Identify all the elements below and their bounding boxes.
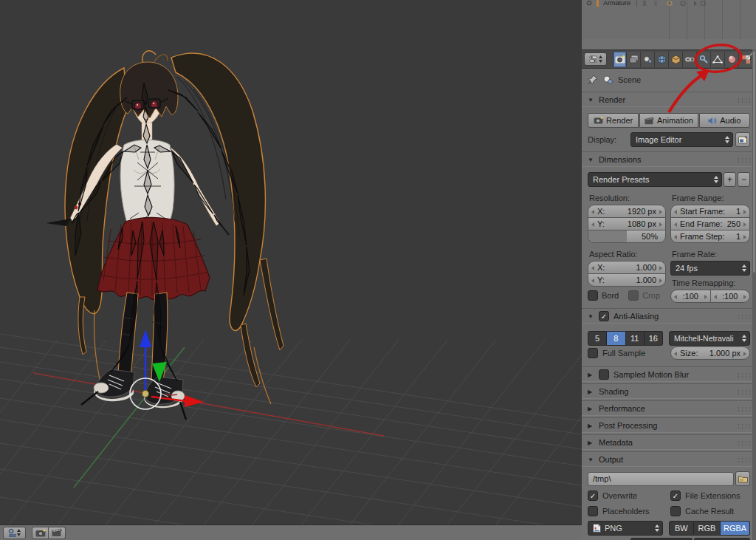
- left-shoe: [81, 369, 134, 405]
- camera-icon: [35, 529, 46, 537]
- properties-region: Armature |: [582, 0, 756, 540]
- restrict-toggle-icons[interactable]: [641, 0, 706, 7]
- tab-modifiers[interactable]: [697, 52, 711, 67]
- output-path-field[interactable]: /tmp\: [588, 472, 734, 486]
- color-mode-bw[interactable]: BW: [669, 521, 694, 536]
- resolution-y-field[interactable]: Y:1080 px: [588, 217, 666, 230]
- panel-header-performance[interactable]: ▶ Performance: [582, 400, 756, 416]
- remap-new-field[interactable]: :100: [711, 290, 751, 303]
- resolution-label: Resolution:: [589, 194, 630, 202]
- audio-button[interactable]: Audio: [699, 113, 750, 128]
- tab-object[interactable]: [669, 52, 683, 67]
- viewport-canvas[interactable]: [0, 0, 582, 524]
- panel-header-shading[interactable]: ▶ Shading: [582, 383, 756, 399]
- resolution-scale-slider[interactable]: 50%: [588, 230, 666, 243]
- tab-scene[interactable]: [641, 52, 655, 67]
- panel-grip[interactable]: [737, 314, 750, 319]
- crop-label: Crop: [642, 291, 660, 300]
- breadcrumb-scene-label[interactable]: Scene: [618, 75, 641, 84]
- end-frame-field[interactable]: End Frame:250: [670, 217, 750, 230]
- aa-size-field[interactable]: Size:1.000 px: [670, 346, 750, 360]
- browse-folder-button[interactable]: [735, 471, 750, 486]
- panel-header-dimensions[interactable]: ▼ Dimensions: [582, 151, 756, 167]
- clapperboard-icon: [52, 528, 62, 537]
- outliner-item-label: Armature: [603, 0, 630, 7]
- panel-title: Render: [599, 95, 625, 104]
- clapperboard-icon: [645, 117, 654, 125]
- tab-material[interactable]: [725, 52, 739, 67]
- panel-grip[interactable]: [737, 406, 750, 411]
- remap-old-field[interactable]: :100: [670, 290, 711, 303]
- panel-grip[interactable]: [737, 157, 750, 163]
- panel-header-sampled-motion-blur[interactable]: ▶ Sampled Motion Blur: [582, 366, 756, 382]
- placeholders-checkbox[interactable]: [588, 506, 598, 516]
- image-file-icon: [593, 524, 601, 533]
- panel-grip[interactable]: [737, 440, 750, 445]
- tab-render[interactable]: [613, 52, 627, 67]
- overwrite-checkbox[interactable]: ✓: [588, 491, 598, 501]
- render-presets-dropdown[interactable]: Render Presets: [588, 172, 722, 187]
- overwrite-label: Overwrite: [602, 491, 637, 500]
- panel-header-post-processing[interactable]: ▶ Post Processing: [582, 417, 756, 433]
- constraints-link-icon: [685, 55, 695, 64]
- panel-header-metadata[interactable]: ▶ Metadata: [582, 434, 756, 450]
- panel-grip[interactable]: [737, 98, 750, 103]
- sampled-motion-blur-checkbox[interactable]: [599, 369, 609, 380]
- tab-world[interactable]: [655, 52, 669, 67]
- panel-grip[interactable]: [737, 457, 750, 462]
- preset-remove-button[interactable]: −: [738, 172, 750, 187]
- properties-vscrollbar[interactable]: [752, 49, 756, 540]
- tab-object-data[interactable]: [711, 52, 725, 67]
- aspect-x-field[interactable]: X:1.000: [588, 261, 666, 274]
- pin-icon[interactable]: [588, 75, 598, 85]
- aa-samples-5[interactable]: 5: [588, 331, 607, 346]
- folder-icon: [738, 475, 748, 483]
- modifiers-wrench-icon: [699, 55, 709, 64]
- panel-grip[interactable]: [737, 372, 750, 377]
- color-mode-rgb[interactable]: RGB: [694, 521, 721, 536]
- tab-constraints[interactable]: [683, 52, 697, 67]
- aa-samples-8[interactable]: 8: [607, 331, 625, 346]
- aa-samples-group: 5 8 11 16: [588, 331, 663, 346]
- file-extensions-checkbox[interactable]: ✓: [670, 491, 681, 501]
- border-checkbox[interactable]: [588, 290, 598, 301]
- render-animation-button[interactable]: [49, 527, 66, 539]
- color-mode-rgba[interactable]: RGBA: [721, 521, 750, 536]
- display-dropdown[interactable]: Image Editor: [630, 132, 733, 147]
- properties-header: [582, 49, 756, 69]
- 3d-viewport[interactable]: [0, 0, 582, 524]
- crop-checkbox[interactable]: [628, 290, 639, 301]
- frame-rate-dropdown[interactable]: 24 fps: [670, 261, 750, 276]
- outliner-item-armature[interactable]: Armature |: [582, 0, 756, 7]
- tab-render-layers[interactable]: [627, 52, 641, 67]
- render-button[interactable]: Render: [588, 113, 639, 128]
- panel-grip[interactable]: [737, 389, 750, 394]
- anti-aliasing-checkbox[interactable]: ✓: [599, 311, 609, 321]
- start-frame-field[interactable]: Start Frame:1: [670, 205, 750, 218]
- speaker-icon: [708, 117, 717, 125]
- frame-step-field[interactable]: Frame Step:1: [670, 230, 750, 243]
- full-sample-label: Full Sample: [602, 349, 645, 358]
- full-sample-checkbox[interactable]: [588, 348, 598, 358]
- editor-type-selector[interactable]: [584, 52, 607, 66]
- panel-header-output[interactable]: ▼ Output: [582, 451, 756, 467]
- file-extensions-label: File Extensions: [685, 491, 740, 500]
- file-format-dropdown[interactable]: PNG: [588, 521, 663, 536]
- lock-interface-button[interactable]: [735, 132, 750, 147]
- blender-window: Armature |: [0, 0, 756, 540]
- resolution-x-field[interactable]: X:1920 px: [588, 205, 666, 218]
- aa-samples-11[interactable]: 11: [626, 331, 645, 346]
- outliner-panel[interactable]: Armature |: [582, 0, 756, 39]
- aspect-y-field[interactable]: Y:1.000: [588, 273, 666, 287]
- aa-filter-dropdown[interactable]: Mitchell-Netravali: [669, 331, 750, 346]
- aa-samples-16[interactable]: 16: [645, 331, 663, 346]
- cache-result-checkbox[interactable]: [670, 506, 681, 516]
- panel-header-render[interactable]: ▼ Render: [582, 92, 756, 107]
- panel-header-anti-aliasing[interactable]: ▼ ✓ Anti-Aliasing: [582, 308, 756, 324]
- armature-person-icon: [594, 0, 601, 7]
- preset-add-button[interactable]: +: [724, 172, 736, 187]
- animation-button[interactable]: Animation: [639, 113, 698, 128]
- render-still-button[interactable]: [32, 527, 49, 539]
- panel-grip[interactable]: [737, 423, 750, 428]
- editor-type-selector[interactable]: [3, 527, 26, 539]
